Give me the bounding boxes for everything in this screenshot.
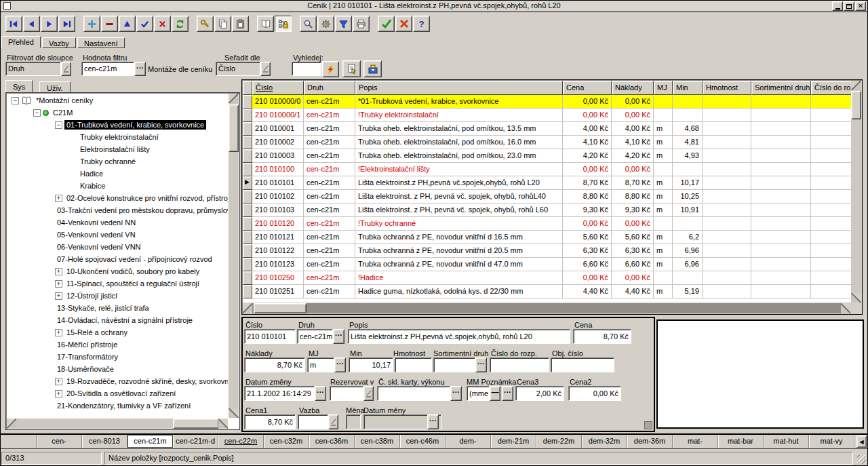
expand-icon[interactable]: +	[55, 390, 62, 397]
filter-button[interactable]	[335, 16, 352, 32]
expand-icon[interactable]: +	[55, 195, 62, 202]
table-row[interactable]: ▶210 010101cen-c21mLišta elektroinst.z P…	[243, 176, 851, 190]
detail-skl-karty-field[interactable]	[377, 386, 450, 401]
tree-item[interactable]: Hadice	[7, 168, 228, 180]
table-row[interactable]: 210 010103cen-c21mLišta elektroinst. z P…	[243, 203, 851, 217]
detail-druh-field[interactable]: cen-c21m	[297, 329, 333, 344]
filter-value-ellipsis-button[interactable]: ···	[134, 62, 146, 76]
detail-cislo-field[interactable]: 210 010101	[244, 329, 296, 344]
tree-item[interactable]: Elektroinstalační lišty	[7, 143, 228, 155]
table-row[interactable]: 210 010250cen-c21m!Hadice0,00 Kč0,00 Kč	[243, 271, 851, 285]
detail-vazba-dropdown-icon[interactable]	[328, 414, 338, 429]
price-list-tab-cen-c36m[interactable]: cen-c36m	[309, 435, 355, 448]
maximize-button[interactable]	[844, 1, 854, 11]
detail-skl-karty-ellipsis-button[interactable]: ···	[450, 386, 462, 401]
tree-item[interactable]: +15-Relé a ochrany	[7, 326, 228, 338]
grid-column-header[interactable]: MJ	[654, 81, 673, 95]
detail-druh-ellipsis-button[interactable]: ···	[333, 329, 344, 344]
detail-mm-poznamka-field[interactable]: (mme	[467, 386, 490, 401]
splitter-handle[interactable]	[644, 421, 652, 429]
tree-item[interactable]: 04-Venkovní vedení NN	[7, 216, 228, 229]
tree-item[interactable]: −*Montážní ceníky	[7, 94, 228, 106]
close-button[interactable]	[395, 16, 412, 32]
table-row[interactable]: 210 010120cen-c21m!Trubky ochranné0,00 K…	[243, 217, 851, 231]
grid-column-header[interactable]: Číslo	[252, 81, 304, 95]
price-list-tab-cen-c21m-d[interactable]: cen-c21m-d	[173, 435, 218, 448]
report-button[interactable]	[342, 60, 361, 77]
price-list-tab-cen-[interactable]: cen-	[37, 435, 82, 448]
export-button[interactable]	[363, 60, 382, 77]
table-row[interactable]: 210 010100cen-c21m!Elektroinstalační liš…	[243, 163, 851, 176]
print-button[interactable]	[353, 16, 370, 32]
tab-prehled[interactable]: Přehled	[1, 36, 41, 48]
expand-icon[interactable]: +	[55, 268, 62, 275]
minimize-button[interactable]	[832, 1, 843, 11]
price-list-tab-cen-c21m[interactable]: cen-c21m	[127, 435, 173, 448]
ok-button[interactable]	[378, 16, 395, 32]
price-list-tab-dem-22m[interactable]: dem-22m	[536, 435, 582, 448]
nav-next-button[interactable]	[41, 16, 58, 32]
tree-item[interactable]: 17-Transformátory	[7, 351, 228, 363]
paste-button[interactable]	[232, 16, 249, 32]
price-list-tab-cen-c22m[interactable]: cen-c22m	[218, 435, 264, 448]
grid-vertical-scrollbar[interactable]	[851, 81, 861, 303]
tree-vertical-scrollbar[interactable]	[229, 94, 239, 418]
detail-cena2-field[interactable]: 0,00 Kč	[568, 386, 621, 401]
detail-vazba-field[interactable]	[298, 414, 328, 429]
expand-icon[interactable]: +	[55, 292, 62, 300]
table-row[interactable]: 210 010121cen-c21mTrubka ochranná z PE, …	[243, 231, 851, 244]
table-row[interactable]: 210 010102cen-c21mLišta elektroinst. z P…	[243, 190, 851, 203]
tree-item[interactable]: 13-Stykače, relé, jistící trafa	[7, 302, 228, 314]
scrollbar-thumb[interactable]	[173, 419, 219, 429]
price-list-tab-cen-c38m[interactable]: cen-c38m	[355, 435, 400, 448]
search-button[interactable]	[300, 16, 317, 32]
filter-column-select[interactable]: Druh	[5, 62, 61, 76]
key-button[interactable]	[197, 16, 214, 32]
tree-item[interactable]: 21-Kondenzátory, tlumivky a VF zařízení	[7, 400, 228, 412]
detail-naklady-field[interactable]: 8,70 Kč	[244, 357, 305, 372]
detail-mm-minus-button[interactable]: —	[490, 386, 500, 401]
price-list-tab-cen-c46m[interactable]: cen-c46m	[400, 435, 446, 448]
price-list-tab-mat-[interactable]: mat-	[673, 435, 718, 448]
collapse-icon[interactable]: −	[55, 121, 62, 129]
scrollbar-thumb[interactable]	[254, 303, 307, 313]
detail-obj-cislo-field[interactable]	[551, 357, 614, 372]
tree-item[interactable]: +11-Spínací, spouštěcí a regulační ústro…	[7, 277, 228, 290]
grid-horizontal-scrollbar[interactable]	[243, 303, 850, 313]
tree-item[interactable]: +02-Ocelové konstrukce pro vnitřní rozvo…	[7, 192, 228, 204]
tree-tab-sys[interactable]: Sys	[5, 80, 33, 93]
cancel-button[interactable]	[154, 16, 171, 32]
grid-column-header[interactable]: Cena	[563, 81, 612, 95]
expand-icon[interactable]: +	[55, 329, 62, 336]
expand-icon[interactable]: +	[55, 280, 62, 288]
copy-button[interactable]	[214, 16, 231, 32]
scrollbar-thumb[interactable]	[229, 104, 239, 152]
tree-item[interactable]: 14-Ovládací, návěstní a signální přístro…	[7, 314, 228, 326]
table-row[interactable]: 210 010002cen-c21mTrubka oheb. elektroin…	[243, 136, 851, 149]
grid-column-header[interactable]: Sortimentní druh	[751, 81, 811, 95]
tree-item[interactable]: Trubky ochranné	[7, 155, 228, 168]
tab-vazby[interactable]: Vazby	[42, 37, 76, 48]
price-list-tab-dem-32m[interactable]: dem-32m	[582, 435, 627, 448]
detail-cena3-field[interactable]: 2,00 Kč	[515, 386, 564, 401]
edit-button[interactable]	[119, 16, 136, 32]
book-button[interactable]	[257, 16, 274, 32]
collapse-icon[interactable]: −	[33, 109, 41, 117]
detail-mj-field[interactable]: m	[307, 357, 334, 372]
detail-cena1-field[interactable]: 8,70 Kč	[244, 414, 296, 429]
detail-hmotnost-field[interactable]	[395, 357, 432, 372]
detail-rezervovat-dropdown-icon[interactable]	[363, 386, 374, 401]
tree-horizontal-scrollbar[interactable]	[7, 419, 228, 429]
table-row[interactable]: 210 010123cen-c21mTrubka ochranná z PE, …	[243, 258, 851, 271]
detail-cena-field[interactable]: 8,70 Kč	[573, 329, 631, 344]
price-list-tab-dem-[interactable]: dem-	[446, 435, 491, 448]
tree-item[interactable]: 07-Holé spojovací vedení - přípojnicový …	[7, 253, 228, 265]
grid-column-header[interactable]: Náklady	[612, 81, 654, 95]
tree-item[interactable]: +10-Ukončení vodičů, soubory pro kabely	[7, 265, 228, 277]
tree-item[interactable]: 18-Usměrňovače	[7, 363, 228, 375]
scrollbar-thumb[interactable]	[851, 91, 861, 119]
collapse-icon[interactable]: −	[12, 97, 19, 104]
resize-grip[interactable]	[857, 455, 866, 464]
scrollbar-track[interactable]	[851, 90, 861, 293]
close-button[interactable]: ✕	[855, 1, 866, 11]
